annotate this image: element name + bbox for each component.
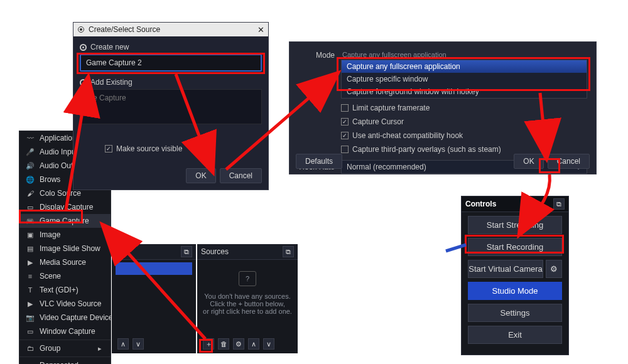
sources-panel: Sources ⧉ ? You don't have any sources. … <box>197 244 298 353</box>
menu-item-label: Display Capture <box>40 203 93 211</box>
menu-item-label: Colo Source <box>40 189 81 198</box>
chevron-right-icon: ▸ <box>95 345 104 353</box>
menu-item-label: Brows <box>40 175 60 184</box>
existing-list[interactable]: me Capture <box>80 89 262 124</box>
menu-item-media-source[interactable]: ▶Media Source <box>19 255 111 269</box>
checkbox-label: Use anti-cheat compatibility hook <box>352 131 463 140</box>
menu-item-display-capture[interactable]: ▭Display Capture <box>19 200 111 214</box>
start-virtual-camera-button[interactable]: Start Virtual Camera <box>468 260 543 278</box>
sources-empty-line: or right click here to add one. <box>202 308 293 315</box>
make-visible-checkbox[interactable]: Make source visible <box>99 142 268 156</box>
menu-item-label: Media Source <box>40 258 86 267</box>
controls-title: Controls <box>465 200 496 208</box>
dialog-title: Create/Select Source <box>89 25 160 34</box>
menu-item-label: Group <box>40 344 60 353</box>
settings-button[interactable]: Settings <box>468 304 562 322</box>
cancel-button[interactable]: Cancel <box>548 154 590 169</box>
exit-button[interactable]: Exit <box>468 326 562 344</box>
radio-add-existing[interactable]: Add Existing <box>73 75 268 89</box>
checkbox-label: Capture third-party overlays (such as st… <box>352 145 501 154</box>
radio-label: Add Existing <box>90 78 133 87</box>
checkbox-label: Capture Cursor <box>352 117 404 126</box>
mode-label: Mode <box>298 51 335 60</box>
radio-dot-icon <box>80 44 87 51</box>
sources-empty-line: You don't have any sources. <box>202 292 293 300</box>
source-down-button[interactable]: ∨ <box>263 338 274 350</box>
checkbox-icon <box>341 146 349 153</box>
scene-icon: ≡ <box>26 272 35 280</box>
image-icon: ▣ <box>26 231 35 239</box>
menu-item-label: Image Slide Show <box>40 244 100 253</box>
checkbox-icon <box>341 104 349 112</box>
menu-item-group[interactable]: 🗀Group▸ <box>19 341 111 355</box>
create-source-dialog: Create/Select Source ✕ Create new Game C… <box>73 22 269 190</box>
speaker-icon: 🔊 <box>26 162 35 170</box>
cancel-button[interactable]: Cancel <box>220 168 262 183</box>
checkbox-icon <box>105 145 112 153</box>
menu-item-label: Scene <box>40 272 61 281</box>
menu-item-vlc[interactable]: ▶VLC Video Source <box>19 297 111 311</box>
mode-dropdown[interactable]: Capture any fullscreen application Captu… <box>341 60 587 99</box>
folder-icon: 🗀 <box>26 345 35 352</box>
slideshow-icon: ▤ <box>26 245 35 253</box>
scenes-strip: ⧉ ∧ ∨ <box>112 244 196 353</box>
svg-point-1 <box>80 28 82 31</box>
source-settings-button[interactable]: ⚙ <box>233 338 244 350</box>
capture-cursor-checkbox[interactable]: Capture Cursor <box>341 115 587 129</box>
radio-label: Create new <box>90 43 129 51</box>
mode-current: Capture any fullscreen application <box>341 51 587 60</box>
menu-item-deprecated[interactable]: Deprecated▸ <box>19 358 111 364</box>
play-icon: ▶ <box>26 259 35 267</box>
menu-item-label: Image <box>40 230 60 239</box>
dialog-titlebar[interactable]: Create/Select Source ✕ <box>73 23 268 36</box>
menu-item-label: Game Capture <box>40 217 89 225</box>
dock-icon[interactable]: ⧉ <box>553 198 565 210</box>
checkbox-label: Limit capture framerate <box>352 104 430 112</box>
sources-title: Sources <box>201 247 229 256</box>
play-icon: ▶ <box>26 300 35 308</box>
monitor-icon: ▭ <box>26 203 35 211</box>
gamepad-icon: 🎮 <box>26 217 35 225</box>
checkbox-icon <box>341 118 349 126</box>
start-streaming-button[interactable]: Start Streaming <box>468 216 562 234</box>
mic-icon: 🎤 <box>26 148 35 156</box>
scene-selected[interactable] <box>116 262 192 275</box>
virtual-camera-settings-button[interactable]: ⚙ <box>546 260 562 278</box>
studio-mode-button[interactable]: Studio Mode <box>468 282 562 300</box>
existing-item: me Capture <box>87 94 126 102</box>
limit-framerate-checkbox[interactable]: Limit capture framerate <box>341 101 587 115</box>
sources-empty-line: Click the + button below, <box>202 300 293 308</box>
globe-icon: 🌐 <box>26 176 35 184</box>
source-name-input[interactable]: Game Capture 2 <box>80 54 262 72</box>
menu-item-game-capture[interactable]: 🎮Game Capture <box>19 214 111 228</box>
menu-item-text[interactable]: TText (GDI+) <box>19 283 111 297</box>
start-recording-button[interactable]: Start Recording <box>468 238 562 256</box>
radio-create-new[interactable]: Create new <box>73 40 268 54</box>
checkbox-icon <box>341 132 349 139</box>
close-icon[interactable]: ✕ <box>257 25 264 35</box>
dock-icon[interactable]: ⧉ <box>283 246 294 257</box>
scene-up-button[interactable]: ∧ <box>117 338 129 350</box>
scene-down-button[interactable]: ∨ <box>133 338 144 350</box>
mode-option[interactable]: Capture specific window <box>342 73 587 85</box>
remove-source-button[interactable]: 🗑 <box>218 338 229 350</box>
menu-item-window-capture[interactable]: ▭Window Capture <box>19 324 111 338</box>
defaults-button[interactable]: Defaults <box>296 154 342 169</box>
mode-option[interactable]: Capture any fullscreen application <box>342 60 587 73</box>
anti-cheat-checkbox[interactable]: Use anti-cheat compatibility hook <box>341 129 587 142</box>
menu-item-label: Text (GDI+) <box>40 286 78 294</box>
dock-icon[interactable]: ⧉ <box>181 246 192 257</box>
wave-icon: 〰 <box>26 134 35 142</box>
add-source-button[interactable]: ＋ <box>203 338 214 350</box>
mode-option[interactable]: Capture foreground window with hotkey <box>342 85 587 98</box>
chevron-right-icon: ▸ <box>95 361 104 365</box>
menu-item-video-capture[interactable]: 📷Video Capture Device <box>19 311 111 324</box>
brush-icon: 🖌 <box>26 190 35 197</box>
ok-button[interactable]: OK <box>186 168 215 183</box>
menu-item-scene[interactable]: ≡Scene <box>19 269 111 283</box>
menu-item-image[interactable]: ▣Image <box>19 228 111 242</box>
ok-button[interactable]: OK <box>514 154 543 169</box>
menu-item-image-slide-show[interactable]: ▤Image Slide Show <box>19 242 111 255</box>
source-up-button[interactable]: ∧ <box>248 338 259 350</box>
menu-item-label: Video Capture Device <box>40 313 113 322</box>
